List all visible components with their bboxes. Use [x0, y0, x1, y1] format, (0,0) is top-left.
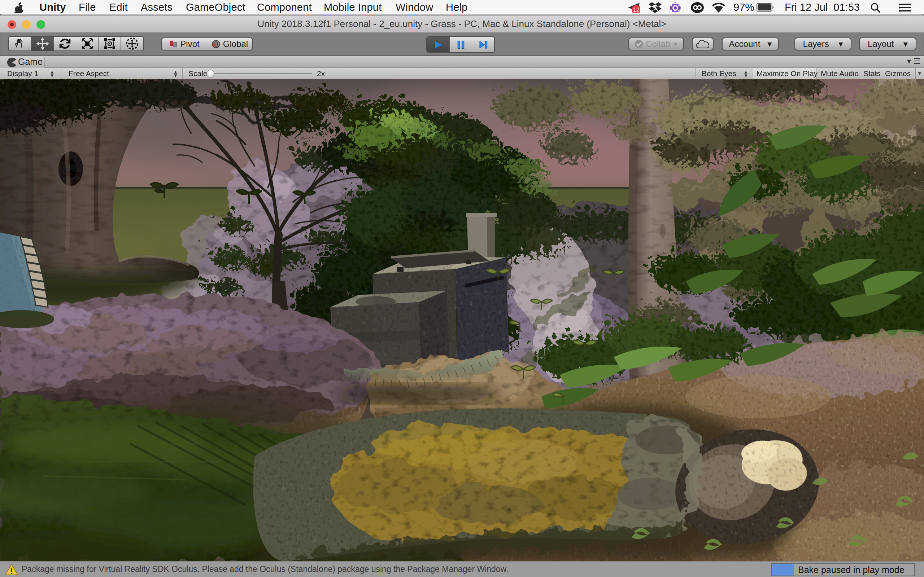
svg-text:12: 12 [633, 7, 640, 13]
